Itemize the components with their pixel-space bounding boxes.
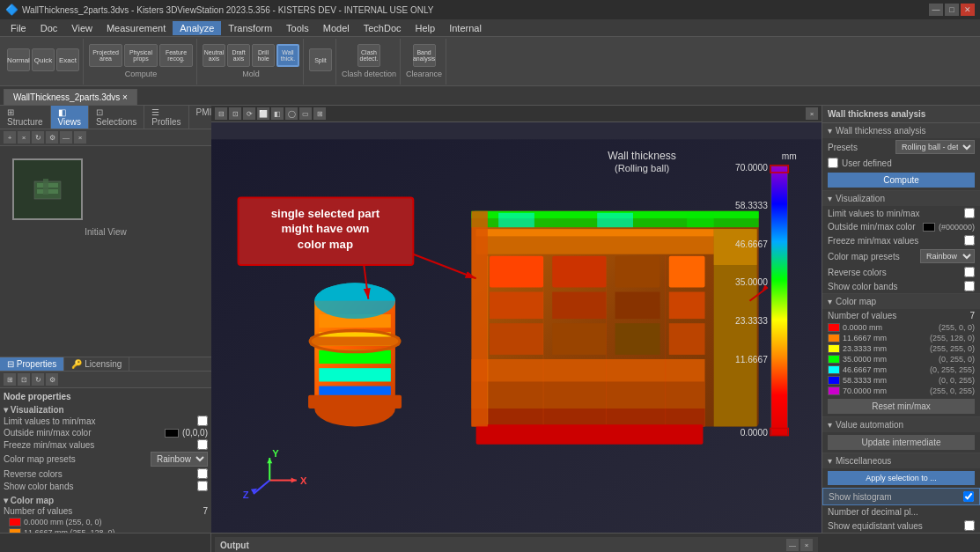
feature-recognition-button[interactable]: Featurerecog. xyxy=(159,44,193,67)
vp-btn-close[interactable]: × xyxy=(806,107,818,120)
rp-user-defined-checkbox[interactable] xyxy=(828,158,838,168)
rp-cm-swatch-2[interactable] xyxy=(828,344,840,353)
menu-transform[interactable]: Transform xyxy=(221,21,279,35)
draft-axis-button[interactable]: Draftaxis xyxy=(227,44,250,67)
rp-reverse-checkbox[interactable] xyxy=(964,267,975,277)
views-refresh-btn[interactable]: ↻ xyxy=(32,131,44,144)
vp-btn8[interactable]: ⊞ xyxy=(313,107,326,120)
menu-view[interactable]: View xyxy=(64,21,99,35)
rp-compute-button[interactable]: Compute xyxy=(828,173,975,188)
tab-profiles[interactable]: ☰ Profiles xyxy=(144,106,188,129)
compute-icons: Projectedarea Physicalprops Featurerecog… xyxy=(89,44,193,67)
3d-scene-svg: single selected part might have own colo… xyxy=(211,123,822,533)
tab-pmi[interactable]: PMI xyxy=(189,106,211,129)
normal-mode-button[interactable]: Normal xyxy=(7,48,30,71)
views-minimize-btn[interactable]: — xyxy=(60,131,72,144)
props-btn1[interactable]: ⊞ xyxy=(4,373,16,386)
output-minimize-btn[interactable]: — xyxy=(786,539,799,551)
rp-show-equidistant-checkbox[interactable] xyxy=(964,520,975,531)
views-close-btn[interactable]: × xyxy=(74,131,86,144)
views-settings-btn[interactable]: ⚙ xyxy=(46,131,58,144)
rp-cm-swatch-1[interactable] xyxy=(828,334,840,342)
menu-tools[interactable]: Tools xyxy=(279,21,316,35)
rp-cm-swatch-6[interactable] xyxy=(828,386,840,395)
menu-doc[interactable]: Doc xyxy=(33,21,65,35)
tab-selections[interactable]: ⊡ Selections xyxy=(89,106,144,129)
views-delete-btn[interactable]: × xyxy=(18,131,30,144)
views-add-btn[interactable]: + xyxy=(4,131,16,144)
close-button[interactable]: ✕ xyxy=(961,4,975,16)
vp-btn3[interactable]: ⟳ xyxy=(243,107,255,120)
neutral-axis-button[interactable]: Neutralaxis xyxy=(203,44,225,67)
rp-colormap-presets-select[interactable]: Rainbow xyxy=(920,249,975,263)
vp-btn7[interactable]: ▭ xyxy=(299,107,312,120)
wall-thickness-button[interactable]: Wallthick. xyxy=(276,44,299,67)
menu-model[interactable]: Model xyxy=(316,21,357,35)
svg-rect-28 xyxy=(472,211,488,427)
vp-btn1[interactable]: ⊟ xyxy=(215,107,227,120)
rp-reset-minmax-button[interactable]: Reset min/max xyxy=(828,399,975,414)
tab-licensing[interactable]: 🔑 Licensing xyxy=(64,357,129,371)
np-showbands-checkbox[interactable] xyxy=(197,481,208,491)
rp-cm-swatch-0[interactable] xyxy=(828,323,840,332)
physical-props-button[interactable]: Physicalprops xyxy=(124,44,158,67)
np-cm-swatch-0[interactable] xyxy=(9,518,21,526)
rp-cm-swatch-3[interactable] xyxy=(828,355,840,364)
tab-views[interactable]: ◧ Views xyxy=(51,106,90,129)
initial-view-thumbnail[interactable] xyxy=(12,158,83,220)
vp-btn6[interactable]: ◯ xyxy=(285,107,298,120)
rp-value-automation-header[interactable]: ▾ Value automation xyxy=(822,417,980,432)
rp-cm-swatch-5[interactable] xyxy=(828,376,840,385)
rp-freeze-checkbox[interactable] xyxy=(964,235,975,246)
tab-structure[interactable]: ⊞ Structure xyxy=(0,106,51,129)
vp-btn2[interactable]: ⊡ xyxy=(229,107,241,120)
clash-detection-button[interactable]: Clashdetect. xyxy=(357,44,380,67)
np-reverse-checkbox[interactable] xyxy=(197,468,208,479)
menu-internal[interactable]: Internal xyxy=(442,21,489,35)
rp-cm-swatch-4[interactable] xyxy=(828,365,840,374)
props-btn2[interactable]: ⊡ xyxy=(18,373,30,386)
split-button[interactable]: Split xyxy=(309,48,332,71)
menu-measurement[interactable]: Measurement xyxy=(99,21,173,35)
np-outside-swatch[interactable] xyxy=(165,429,179,438)
vp-btn5[interactable]: ◧ xyxy=(271,107,284,120)
minimize-button[interactable]: — xyxy=(929,4,943,16)
band-analysis-button[interactable]: Bandanalysis xyxy=(413,44,436,67)
vp-btn4[interactable]: ⬜ xyxy=(257,107,269,120)
np-colormap-select[interactable]: Rainbow xyxy=(151,452,208,467)
rp-outside-swatch[interactable] xyxy=(923,223,935,232)
projected-area-button[interactable]: Projectedarea xyxy=(89,44,122,67)
menu-bar: File Doc View Measurement Analyze Transf… xyxy=(0,19,980,37)
tab-properties[interactable]: ⊟ Properties xyxy=(0,357,64,371)
rp-presets-select[interactable]: Rolling ball - detailed xyxy=(895,140,975,154)
rp-show-histogram-checkbox[interactable] xyxy=(963,491,974,502)
np-visualization-title[interactable]: ▾ Visualization xyxy=(4,405,208,415)
menu-techdoc[interactable]: TechDoc xyxy=(357,21,409,35)
np-freeze-checkbox[interactable] xyxy=(197,439,208,450)
menu-file[interactable]: File xyxy=(4,21,33,35)
clash-label: Clash detection xyxy=(342,70,396,78)
quick-mode-button[interactable]: Quick xyxy=(32,48,55,71)
np-colormap-section-title[interactable]: ▾ Color map xyxy=(4,496,208,505)
title-bar-controls[interactable]: — □ ✕ xyxy=(929,4,975,16)
file-tab[interactable]: WallThickness_2parts.3dvs × xyxy=(4,89,137,105)
rp-update-intermediate-button[interactable]: Update intermediate xyxy=(828,435,975,450)
rp-analysis-header[interactable]: ▾ Wall thickness analysis xyxy=(822,123,980,138)
props-btn3[interactable]: ↻ xyxy=(32,373,44,386)
rp-cm-val-0: 0.0000 mm xyxy=(843,323,936,332)
rp-colormap-header[interactable]: ▾ Color map xyxy=(822,294,980,309)
np-cm-swatch-1[interactable] xyxy=(9,528,21,533)
drill-hole-button[interactable]: Drillhole xyxy=(252,44,275,67)
props-btn4[interactable]: ⚙ xyxy=(46,373,58,386)
np-limit-checkbox[interactable] xyxy=(197,416,208,426)
menu-help[interactable]: Help xyxy=(409,21,443,35)
rp-visualization-header[interactable]: ▾ Visualization xyxy=(822,191,980,206)
exact-mode-button[interactable]: Exact xyxy=(56,48,79,71)
rp-apply-selection-button[interactable]: Apply selection to ... xyxy=(828,471,975,485)
menu-analyze[interactable]: Analyze xyxy=(173,21,221,35)
rp-limit-checkbox[interactable] xyxy=(964,208,975,218)
rp-miscellaneous-header[interactable]: ▾ Miscellaneous xyxy=(822,453,980,468)
output-close-btn[interactable]: × xyxy=(800,539,813,551)
maximize-button[interactable]: □ xyxy=(945,4,959,16)
rp-showbands-checkbox[interactable] xyxy=(964,281,975,291)
